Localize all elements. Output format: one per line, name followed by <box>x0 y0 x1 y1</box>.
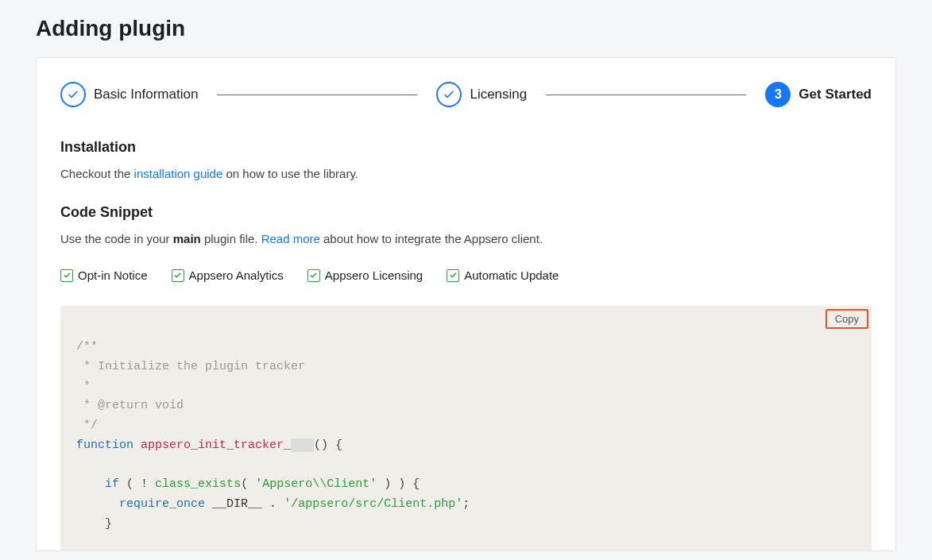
code-token: '/appsero/src/Client.php' <box>284 497 462 511</box>
step-licensing[interactable]: Licensing <box>436 82 527 107</box>
checkbox-checked-icon <box>60 269 73 282</box>
checkbox-appsero-licensing[interactable]: Appsero Licensing <box>307 268 423 282</box>
code-token: 'Appsero\\Client' <box>255 477 377 491</box>
text: on how to use the library. <box>222 167 358 180</box>
checkmark-icon <box>436 82 462 107</box>
step-get-started[interactable]: 3 Get Started <box>765 82 872 107</box>
code-token: * Initialize the plugin tracker <box>76 360 305 373</box>
step-basic-information[interactable]: Basic Information <box>60 82 198 107</box>
copy-button[interactable]: Copy <box>826 309 868 329</box>
code-token: { <box>335 438 342 452</box>
code-snippet-text: Use the code in your main plugin file. R… <box>60 230 872 249</box>
checkbox-checked-icon <box>447 269 459 282</box>
code-token: * @return void <box>76 399 184 412</box>
code-token: () <box>314 438 328 452</box>
step-label: Licensing <box>470 87 527 102</box>
code-token: require_once <box>119 497 205 511</box>
read-more-link[interactable]: Read more <box>261 232 320 245</box>
code-token: */ <box>76 419 98 432</box>
checkbox-row: Opt-in Notice Appsero Analytics Appsero … <box>60 268 872 282</box>
checkbox-appsero-analytics[interactable]: Appsero Analytics <box>172 268 284 282</box>
code-block: Copy/** * Initialize the plugin tracker … <box>60 306 872 550</box>
text-bold: main <box>173 232 201 245</box>
code-token: appsero_init_tracker_ <box>141 438 291 452</box>
code-token: ) <box>384 477 391 491</box>
wizard-card: Basic Information Licensing 3 Get Starte… <box>36 57 896 551</box>
stepper: Basic Information Licensing 3 Get Starte… <box>60 82 872 107</box>
checkmark-icon <box>60 82 86 107</box>
installation-text: Checkout the installation guide on how t… <box>60 165 872 183</box>
text: Checkout the <box>60 167 134 180</box>
checkbox-optin-notice[interactable]: Opt-in Notice <box>60 268 148 282</box>
code-token: } <box>105 517 112 531</box>
code-snippet-heading: Code Snippet <box>60 204 872 221</box>
code-token: /** <box>76 340 98 353</box>
text: Use the code in your <box>60 232 173 245</box>
checkbox-checked-icon <box>172 269 184 282</box>
text: plugin file. <box>201 232 261 245</box>
step-label: Basic Information <box>94 87 198 102</box>
code-token: ) <box>398 477 405 491</box>
text: about how to integrate the Appsero clien… <box>320 232 543 245</box>
step-connector <box>217 95 417 95</box>
step-label: Get Started <box>799 87 872 102</box>
checkbox-label: Opt-in Notice <box>78 268 148 282</box>
checkbox-checked-icon <box>307 269 320 282</box>
code-token: __DIR__ <box>212 497 262 511</box>
code-token: class_exists <box>155 477 241 491</box>
code-token <box>291 438 314 452</box>
code-token: . <box>269 497 277 511</box>
code-token: ( <box>126 477 133 491</box>
page-title: Adding plugin <box>36 0 896 57</box>
code-token: ; <box>462 497 470 511</box>
code-token: ! <box>141 477 148 491</box>
code-token: { <box>412 477 420 491</box>
installation-guide-link[interactable]: installation guide <box>134 167 223 180</box>
checkbox-automatic-update[interactable]: Automatic Update <box>447 268 559 282</box>
code-token: if <box>105 477 119 491</box>
checkbox-label: Appsero Analytics <box>189 268 284 282</box>
checkbox-label: Appsero Licensing <box>325 268 423 282</box>
step-connector <box>546 95 746 95</box>
code-token: ( <box>241 477 248 491</box>
code-token: function <box>76 438 133 452</box>
step-number-badge: 3 <box>765 82 791 107</box>
checkbox-label: Automatic Update <box>464 268 559 282</box>
installation-heading: Installation <box>60 139 872 156</box>
code-token: * <box>76 380 91 393</box>
